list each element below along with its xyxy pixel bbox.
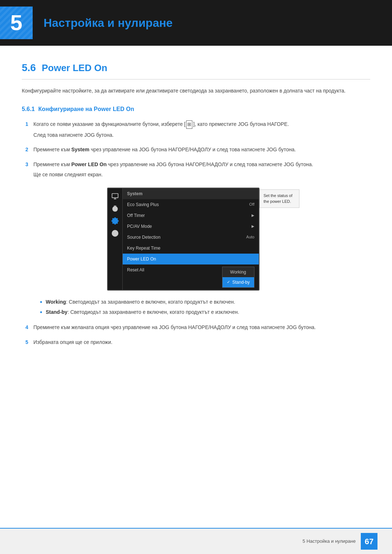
step-5-content: Избраната опция ще се приложи.: [33, 338, 370, 346]
chapter-header: 5 Настройка и нулиране: [0, 0, 392, 46]
bullet-working-text: : Светодиодът за захранването е включен,…: [66, 299, 235, 305]
footer-chapter-label: 5 Настройка и нулиране: [303, 538, 356, 545]
subsection-number: 5.6.1: [22, 105, 35, 114]
submenu-working: Working: [222, 267, 254, 277]
step-1-text-b: ], като преместите JOG бутона НАГОРЕ.: [193, 121, 289, 127]
menu-item-powerled-label: Power LED On: [127, 256, 156, 262]
submenu-standby: ✓ Stand-by: [222, 277, 254, 287]
step-3-content: Преминете към Power LED On чрез управлен…: [33, 160, 370, 179]
step-2-bold: System: [71, 147, 89, 152]
menu-item-source-value: Auto: [246, 234, 254, 240]
menu-item-resetall: Reset All Working ✓ Stand-by: [123, 264, 259, 290]
step-3-subnote: Ще се появи следният екран.: [33, 171, 370, 178]
step-2-content: Преминете към System чрез управление на …: [33, 145, 370, 153]
step-3-number: 3: [25, 160, 33, 168]
grid-icon: ⊞: [186, 120, 192, 129]
chapter-number: 5: [10, 7, 22, 39]
submenu-working-label: Working: [230, 269, 246, 275]
standby-check: ✓: [227, 279, 230, 285]
step-3: 3 Преминете към Power LED On чрез управл…: [22, 160, 370, 179]
bullet-standby-text: : Светодиодът за захранването е включен,…: [68, 309, 239, 315]
step-1-content: Когато се появи указание за функционални…: [33, 120, 370, 139]
bullet-standby-bold: Stand-by: [46, 309, 68, 315]
step-1-subnote: След това натиснете JOG бутона.: [33, 131, 370, 139]
screen-tooltip: Set the status of the power LED.: [260, 189, 299, 208]
bullet-working-bold: Working: [46, 299, 66, 305]
screen-menu: System Eco Saving Plus Off Off Timer ▶ P…: [123, 188, 259, 290]
subsection-title: Конфигуриране на Power LED On: [38, 105, 134, 114]
step-4-content: Преминете към желаната опция чрез управл…: [33, 323, 370, 331]
monitor-icon: [111, 192, 119, 201]
step-2: 2 Преминете към System чрез управление н…: [22, 145, 370, 153]
page-footer: 5 Настройка и нулиране 67: [0, 528, 392, 554]
step-4-number: 4: [25, 323, 33, 331]
menu-item-offtimer-label: Off Timer: [127, 212, 145, 219]
gear-icon: [111, 217, 119, 225]
chapter-number-box: 5: [0, 7, 33, 39]
screen-container: System Eco Saving Plus Off Off Timer ▶ P…: [36, 188, 370, 291]
step-1-number: 1: [25, 120, 33, 128]
section-title: Power LED On: [42, 61, 107, 75]
step-4: 4 Преминете към желаната опция чрез упра…: [22, 323, 370, 331]
section-heading: 5.6 Power LED On: [22, 60, 370, 79]
intro-text: Конфигурирайте настройките, за да активи…: [22, 87, 370, 95]
menu-item-source: Source Detection Auto: [123, 232, 259, 243]
main-content: 5.6 Power LED On Конфигурирайте настройк…: [0, 46, 392, 374]
menu-item-pcav-label: PC/AV Mode: [127, 223, 152, 230]
menu-item-offtimer: Off Timer ▶: [123, 210, 259, 221]
menu-item-pcav-arrow: ▶: [252, 223, 254, 229]
step-5: 5 Избраната опция ще се приложи.: [22, 338, 370, 346]
menu-item-resetall-label: Reset All: [127, 267, 144, 273]
menu-item-offtimer-arrow: ▶: [252, 213, 254, 218]
bullet-list: Working: Светодиодът за захранването е в…: [22, 298, 370, 316]
section-number: 5.6: [22, 60, 36, 75]
chapter-title: Настройка и нулиране: [33, 14, 173, 32]
menu-item-eco-label: Eco Saving Plus: [127, 201, 159, 208]
menu-item-eco: Eco Saving Plus Off: [123, 199, 259, 210]
submenu-standby-label: Stand-by: [232, 279, 250, 286]
step-1-text-a: Когато се появи указание за функционални…: [33, 121, 185, 127]
step-1: 1 Когато се появи указание за функционал…: [22, 120, 370, 139]
info-icon: [111, 229, 119, 238]
svg-rect-0: [112, 193, 118, 198]
step-2-number: 2: [25, 145, 33, 153]
screen-left-icons: [108, 188, 123, 290]
working-check: [227, 269, 228, 275]
menu-item-eco-value: Off: [249, 201, 254, 208]
steps-list-2: 4 Преминете към желаната опция чрез упра…: [22, 323, 370, 346]
bullet-standby: Stand-by: Светодиодът за захранването е …: [40, 308, 370, 316]
menu-item-keyrepeat: Key Repeat Time: [123, 243, 259, 254]
menu-item-source-label: Source Detection: [127, 234, 160, 241]
bullet-working: Working: Светодиодът за захранването е в…: [40, 298, 370, 306]
menu-item-powerled: Power LED On: [123, 254, 259, 264]
footer-page-number: 67: [361, 533, 377, 550]
step-3-bold: Power LED On: [71, 161, 106, 167]
menu-item-pcav: PC/AV Mode ▶: [123, 221, 259, 232]
steps-list: 1 Когато се появи указание за функционал…: [22, 120, 370, 178]
timer-icon: [111, 204, 119, 213]
subsection-heading: 5.6.1 Конфигуриране на Power LED On: [22, 105, 370, 114]
step-5-number: 5: [25, 338, 33, 346]
screen-submenu: Working ✓ Stand-by: [222, 267, 254, 288]
screen: System Eco Saving Plus Off Off Timer ▶ P…: [107, 188, 260, 291]
screen-wrapper: System Eco Saving Plus Off Off Timer ▶ P…: [107, 188, 299, 291]
menu-item-keyrepeat-label: Key Repeat Time: [127, 245, 160, 251]
screen-menu-header: System: [123, 188, 259, 199]
